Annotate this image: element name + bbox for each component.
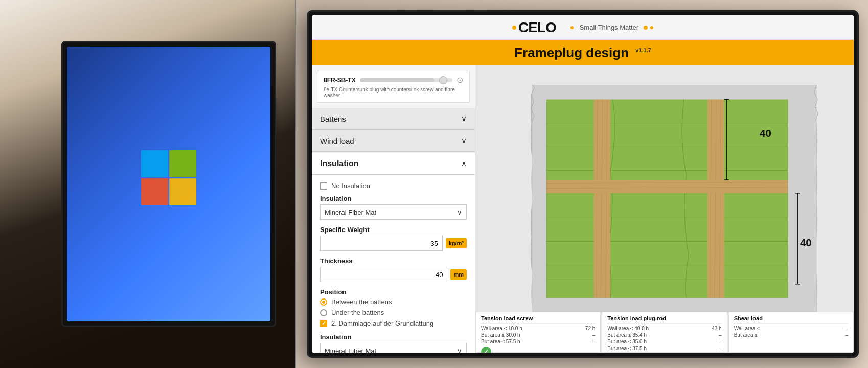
- tension-screw-row-1: But area ≤ 30.0 h –: [481, 332, 595, 338]
- position-radio-0[interactable]: [320, 298, 327, 306]
- no-insulation-checkbox[interactable]: [320, 182, 327, 190]
- windows-logo: [138, 147, 199, 209]
- battens-chevron: ∨: [461, 114, 467, 123]
- thickness-row: mm: [320, 267, 467, 282]
- position-label-0: Between the battens: [331, 298, 392, 306]
- dot-3: [650, 26, 653, 29]
- insulation-chevron: ∧: [461, 159, 467, 168]
- svg-rect-3: [169, 178, 196, 205]
- insulation-type-select[interactable]: Mineral Fiber Mat ∨: [320, 204, 467, 220]
- svg-rect-28: [532, 85, 546, 313]
- tension-screw-card: Tension load screw Wall area ≤ 10.0 h 72…: [475, 312, 601, 353]
- left-monitor: [61, 41, 276, 327]
- version-badge: v1.1.7: [635, 47, 651, 53]
- no-insulation-row[interactable]: No Insulation: [320, 182, 467, 190]
- specific-weight-unit: kg/m³: [446, 238, 467, 248]
- wind-load-chevron: ∨: [461, 136, 467, 145]
- position-label: Position: [320, 288, 467, 296]
- thickness-group: Thickness mm: [320, 257, 467, 282]
- visualization-container: 40 40: [496, 76, 843, 322]
- app-screen: CELO Small Things Matter Frameplug desig…: [312, 15, 854, 353]
- position-group: Position Between the battens Under the b…: [320, 288, 467, 327]
- slider-icon: ⊙: [456, 75, 463, 85]
- bottom-cards: Tension load screw Wall area ≤ 10.0 h 72…: [475, 312, 854, 353]
- logo-dot-left: [512, 26, 516, 30]
- tension-plug-card: Tension load plug-rod Wall area ≤ 40.0 h…: [602, 312, 727, 353]
- svg-rect-0: [141, 150, 168, 177]
- shear-load-row-0: Wall area ≤ –: [734, 326, 848, 331]
- svg-rect-27: [532, 298, 816, 313]
- battens-section-header[interactable]: Battens ∨: [312, 108, 475, 130]
- insulation-section-header[interactable]: Insulation ∧: [312, 152, 475, 175]
- dot-2: [644, 26, 648, 30]
- svg-rect-2: [141, 178, 168, 205]
- check-icon: ✓: [481, 347, 491, 353]
- check-area: ✓: [481, 347, 595, 353]
- product-bar: 8FR-SB-TX ⊙ 8e-TX Countersunk plug with …: [317, 71, 470, 103]
- insulation2-select[interactable]: Mineral Fiber Mat ∨: [320, 343, 467, 353]
- battens-label: Battens: [320, 114, 346, 123]
- thickness-label: Thickness: [320, 257, 467, 265]
- logo-dots-right: [570, 26, 574, 29]
- insulation-type-value: Mineral Fiber Mat: [325, 209, 376, 216]
- specific-weight-label: Specific Weight: [320, 226, 467, 234]
- insulation-type-group: Insulation Mineral Fiber Mat ∨: [320, 195, 467, 220]
- shear-load-row-1: But area ≤ –: [734, 332, 848, 338]
- svg-rect-26: [532, 85, 816, 100]
- no-insulation-label: No Insulation: [331, 182, 370, 190]
- tension-plug-row-3: But area ≤ 37.5 h –: [607, 346, 721, 351]
- insulation-title-label: Insulation: [320, 159, 359, 168]
- right-monitor: CELO Small Things Matter Frameplug desig…: [307, 10, 859, 358]
- tagline: Small Things Matter: [580, 24, 638, 31]
- tension-screw-title: Tension load screw: [481, 315, 595, 324]
- tension-plug-title: Tension load plug-rod: [607, 315, 721, 324]
- product-bar-top: 8FR-SB-TX ⊙: [324, 75, 463, 85]
- shear-load-title: Shear load: [734, 315, 848, 324]
- svg-rect-1: [169, 150, 196, 177]
- position-radio-1[interactable]: [320, 309, 327, 316]
- left-monitor-screen: [67, 47, 270, 321]
- main-content: 8FR-SB-TX ⊙ 8e-TX Countersunk plug with …: [312, 65, 854, 353]
- slider-track: [360, 78, 434, 82]
- insulation-content: No Insulation Insulation Mineral Fiber M…: [312, 175, 475, 353]
- dot-1: [570, 26, 574, 29]
- tension-screw-row-0: Wall area ≤ 10.0 h 72 h: [481, 326, 595, 331]
- svg-rect-23: [546, 180, 797, 193]
- tension-plug-row-0: Wall area ≤ 40.0 h 43 h: [607, 326, 721, 331]
- product-slider[interactable]: [360, 78, 452, 82]
- celo-logo: CELO: [518, 19, 556, 36]
- specific-weight-input[interactable]: [320, 236, 443, 251]
- product-name: 8FR-SB-TX: [324, 77, 356, 84]
- app-header: CELO Small Things Matter: [312, 15, 854, 40]
- dot-container: [644, 26, 653, 30]
- insulation-type-arrow: ∨: [457, 209, 462, 216]
- tension-plug-row-1: But area ≤ 35.4 h –: [607, 332, 721, 338]
- page-title: Frameplug design v1.1.7: [514, 45, 651, 61]
- thickness-unit: mm: [450, 269, 467, 280]
- left-panel: 8FR-SB-TX ⊙ 8e-TX Countersunk plug with …: [312, 65, 475, 353]
- product-desc: 8e-TX Countersunk plug with countersunk …: [324, 87, 463, 98]
- svg-text:40: 40: [760, 128, 771, 140]
- person-background: [0, 0, 296, 368]
- specific-weight-group: Specific Weight kg/m³: [320, 226, 467, 251]
- position-option-1[interactable]: Under the battens: [320, 309, 467, 316]
- insulation-svg: 40 40: [496, 76, 843, 322]
- slider-thumb: [439, 76, 447, 84]
- title-bar: Frameplug design v1.1.7: [312, 40, 854, 65]
- specific-weight-row: kg/m³: [320, 236, 467, 251]
- position-option-0[interactable]: Between the battens: [320, 298, 467, 306]
- tension-plug-row-2: But area ≤ 35.0 h –: [607, 339, 721, 344]
- insulation2-label: Insulation: [320, 333, 467, 341]
- position-check-2[interactable]: [320, 320, 327, 327]
- position-option-2[interactable]: 2. Dämmlage auf der Grundlattung: [320, 319, 467, 327]
- insulation-type-label: Insulation: [320, 195, 467, 202]
- insulation2-group: Insulation Mineral Fiber Mat ∨: [320, 333, 467, 353]
- thickness-input[interactable]: [320, 267, 447, 282]
- tension-screw-row-2: But area ≤ 57.5 h –: [481, 339, 595, 344]
- position-label-1: Under the battens: [331, 309, 384, 316]
- svg-text:40: 40: [800, 237, 812, 248]
- position-radio-group: Between the battens Under the battens 2.…: [320, 298, 467, 327]
- wind-load-label: Wind load: [320, 136, 354, 145]
- wind-load-section-header[interactable]: Wind load ∨: [312, 130, 475, 152]
- header-center: CELO Small Things Matter: [512, 19, 653, 36]
